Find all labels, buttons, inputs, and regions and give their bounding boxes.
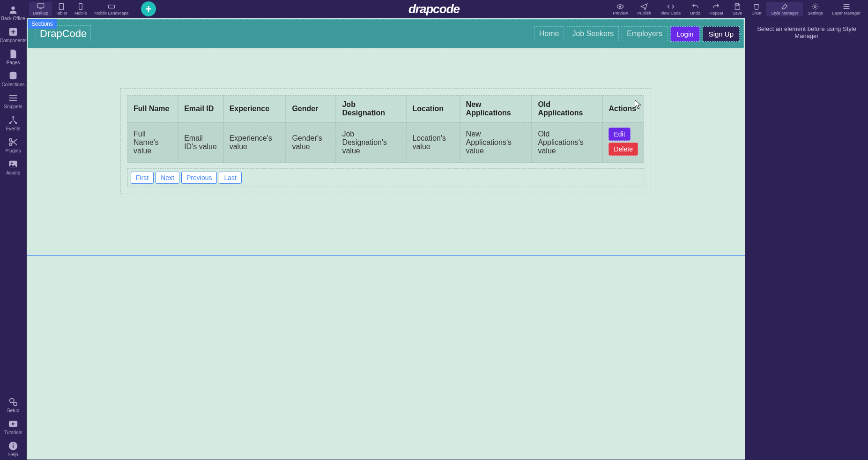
svg-rect-32: [844, 4, 849, 5]
nav-employers[interactable]: Employers: [622, 26, 668, 41]
file-icon: [8, 49, 18, 59]
th-location[interactable]: Location: [406, 95, 460, 122]
th-experience[interactable]: Experience: [223, 95, 286, 122]
scissors-icon: [8, 137, 18, 147]
nav-signup-button[interactable]: Sign Up: [703, 26, 740, 42]
device-tablet[interactable]: Tablet: [52, 2, 71, 16]
brush-icon: [780, 3, 789, 10]
gear-icon: [811, 3, 819, 10]
save-button[interactable]: Save: [728, 2, 747, 16]
nav-job-seekers[interactable]: Job Seekers: [567, 26, 619, 41]
data-table-container[interactable]: Full Name Email ID Experience Gender Job…: [120, 88, 651, 194]
td-email[interactable]: Email ID's value: [178, 122, 223, 163]
svg-point-11: [9, 139, 12, 142]
th-actions[interactable]: Actions: [602, 95, 644, 122]
assets-button[interactable]: Assets: [1, 156, 25, 178]
plus-icon: [145, 5, 152, 13]
page-next[interactable]: Next: [156, 172, 179, 184]
back-office-button[interactable]: Back Office: [1, 2, 25, 24]
td-actions[interactable]: Edit Delete: [602, 122, 644, 163]
help-button[interactable]: Help: [1, 438, 25, 460]
td-old-apps[interactable]: Old Applications's value: [532, 122, 602, 163]
components-button[interactable]: Components: [1, 24, 25, 46]
style-manager-button[interactable]: Style Manager: [766, 2, 803, 16]
nav-login-button[interactable]: Login: [670, 26, 700, 42]
svg-point-29: [619, 6, 621, 8]
youtube-icon: [8, 419, 18, 429]
list-icon: [8, 93, 18, 103]
setup-button[interactable]: Setup: [1, 394, 25, 416]
page-previous[interactable]: Previous: [181, 172, 217, 184]
td-full-name[interactable]: Full Name's value: [127, 122, 178, 163]
edit-button[interactable]: Edit: [608, 128, 630, 141]
svg-point-0: [11, 7, 15, 10]
th-job-designation[interactable]: Job Designation: [336, 95, 406, 122]
publish-button[interactable]: Publish: [632, 2, 656, 16]
publish-label: Publish: [637, 11, 651, 15]
svg-rect-30: [736, 4, 738, 5]
svg-point-16: [14, 402, 17, 406]
snippets-button[interactable]: Snippets: [1, 90, 25, 112]
left-sidebar: Back Office Components Pages Collections…: [0, 0, 26, 460]
user-icon: [8, 5, 18, 15]
svg-point-20: [13, 443, 14, 444]
gears-icon: [8, 397, 18, 407]
td-new-apps[interactable]: New Applications's value: [460, 122, 532, 163]
device-mobile[interactable]: Mobile: [71, 2, 91, 16]
plugins-button[interactable]: Plugins: [1, 134, 25, 156]
assets-label: Assets: [6, 170, 20, 175]
setup-label: Setup: [7, 408, 19, 413]
nav-home[interactable]: Home: [534, 26, 564, 41]
repeat-button[interactable]: Repeat: [705, 2, 728, 16]
device-mobile-landscape[interactable]: Mobile Landscape: [91, 2, 133, 16]
events-button[interactable]: Events: [1, 112, 25, 134]
tutorials-button[interactable]: Tutorials: [1, 416, 25, 438]
view-code-button[interactable]: View Code: [656, 2, 685, 16]
back-office-label: Back Office: [1, 16, 25, 21]
svg-rect-25: [108, 5, 114, 8]
device-mobile-landscape-label: Mobile Landscape: [95, 11, 129, 15]
undo-icon: [691, 3, 699, 10]
pages-button[interactable]: Pages: [1, 46, 25, 68]
collections-button[interactable]: Collections: [1, 68, 25, 90]
td-job-designation[interactable]: Job Designation's value: [336, 122, 406, 163]
device-desktop-label: Desktop: [33, 11, 48, 15]
table-row[interactable]: Full Name's value Email ID's value Exper…: [127, 122, 644, 163]
layer-manager-button[interactable]: Layer Manager: [827, 2, 865, 16]
page-first[interactable]: First: [131, 172, 154, 184]
svg-rect-6: [9, 98, 17, 98]
device-desktop[interactable]: Desktop: [29, 2, 52, 16]
clear-button[interactable]: Clear: [747, 2, 766, 16]
td-experience[interactable]: Experience's value: [223, 122, 286, 163]
svg-rect-22: [39, 8, 42, 9]
nav-section[interactable]: DrapCode Home Job Seekers Employers Logi…: [28, 19, 744, 48]
canvas[interactable]: Sections DrapCode Home Job Seekers Emplo…: [26, 18, 745, 460]
pages-label: Pages: [7, 60, 20, 65]
svg-rect-3: [11, 31, 15, 32]
th-gender[interactable]: Gender: [286, 95, 336, 122]
eye-icon: [616, 3, 624, 10]
style-manager-panel: Select an element before using Style Man…: [745, 18, 868, 460]
th-email[interactable]: Email ID: [178, 95, 223, 122]
add-button[interactable]: [141, 1, 156, 16]
mobile-landscape-icon: [107, 3, 116, 10]
sections-tag[interactable]: Sections: [28, 19, 57, 29]
section-divider: [27, 255, 745, 256]
tutorials-label: Tutorials: [4, 430, 22, 435]
th-old-apps[interactable]: Old Applications: [532, 95, 602, 122]
svg-point-15: [10, 399, 14, 403]
redo-icon: [712, 3, 720, 10]
settings-button[interactable]: Settings: [803, 2, 828, 16]
td-location[interactable]: Location's value: [406, 122, 460, 163]
top-bar: Desktop Tablet Mobile Mobile Landscape: [26, 0, 868, 18]
components-label: Components: [0, 38, 26, 43]
th-full-name[interactable]: Full Name: [127, 95, 178, 122]
page-last[interactable]: Last: [219, 172, 241, 184]
pagination: First Next Previous Last: [127, 168, 644, 187]
preview-button[interactable]: Preview: [608, 2, 632, 16]
save-label: Save: [733, 11, 742, 15]
delete-button[interactable]: Delete: [608, 143, 638, 156]
undo-button[interactable]: Undo: [685, 2, 705, 16]
td-gender[interactable]: Gender's value: [286, 122, 336, 163]
th-new-apps[interactable]: New Applications: [460, 95, 532, 122]
